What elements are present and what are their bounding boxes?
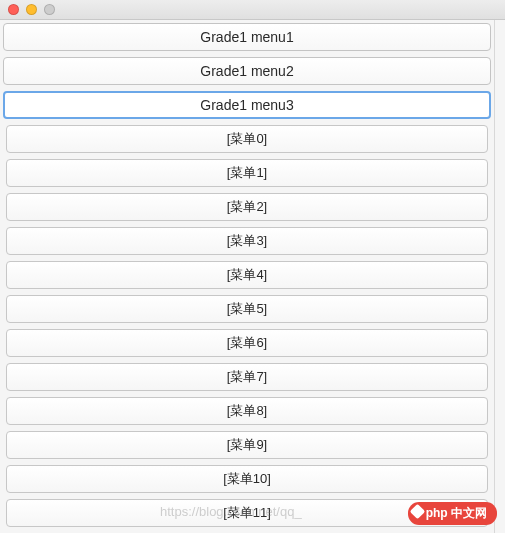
submenu-item-10[interactable]: [菜单10]: [6, 465, 488, 493]
submenu-item-8[interactable]: [菜单8]: [6, 397, 488, 425]
minimize-icon[interactable]: [26, 4, 37, 15]
submenu-item-2[interactable]: [菜单2]: [6, 193, 488, 221]
submenu-item-1[interactable]: [菜单1]: [6, 159, 488, 187]
submenu-item-9[interactable]: [菜单9]: [6, 431, 488, 459]
submenu-item-11[interactable]: [菜单11]: [6, 499, 488, 527]
top-menu-list: Grade1 menu1Grade1 menu2Grade1 menu3: [3, 23, 491, 119]
top-menu-item-2[interactable]: Grade1 menu2: [3, 57, 491, 85]
submenu-item-5[interactable]: [菜单5]: [6, 295, 488, 323]
submenu-item-7[interactable]: [菜单7]: [6, 363, 488, 391]
right-strip: [494, 20, 505, 533]
top-menu-item-1[interactable]: Grade1 menu1: [3, 23, 491, 51]
main-area: Grade1 menu1Grade1 menu2Grade1 menu3 [菜单…: [0, 20, 505, 533]
close-icon[interactable]: [8, 4, 19, 15]
top-menu-item-3[interactable]: Grade1 menu3: [3, 91, 491, 119]
window-titlebar: [0, 0, 505, 20]
submenu-list: [菜单0][菜单1][菜单2][菜单3][菜单4][菜单5][菜单6][菜单7]…: [3, 125, 491, 533]
submenu-item-0[interactable]: [菜单0]: [6, 125, 488, 153]
content-pane: Grade1 menu1Grade1 menu2Grade1 menu3 [菜单…: [0, 20, 494, 533]
submenu-item-4[interactable]: [菜单4]: [6, 261, 488, 289]
submenu-item-6[interactable]: [菜单6]: [6, 329, 488, 357]
maximize-icon[interactable]: [44, 4, 55, 15]
submenu-item-3[interactable]: [菜单3]: [6, 227, 488, 255]
